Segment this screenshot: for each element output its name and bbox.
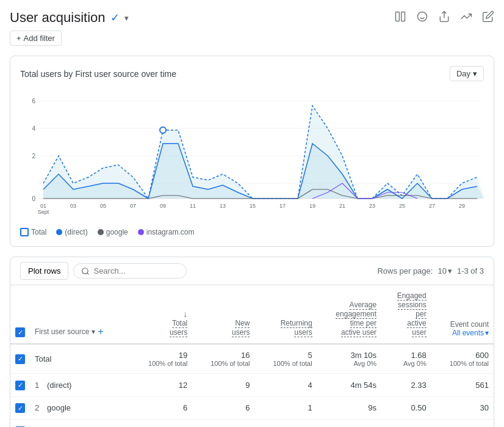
emoji-icon[interactable]	[416, 10, 428, 26]
row-checkbox[interactable]: ✓	[10, 420, 30, 428]
dropdown-icon: ▾	[485, 329, 489, 337]
svg-line-35	[87, 272, 89, 274]
col-header-source[interactable]: First user source ▾ +	[30, 285, 130, 344]
row-returning-users: 1	[254, 396, 317, 420]
row-event-count: 30	[431, 396, 494, 420]
row-returning-users: 4	[254, 374, 317, 397]
search-input[interactable]	[93, 266, 179, 276]
edit-icon[interactable]	[482, 10, 494, 26]
search-box[interactable]	[73, 263, 187, 279]
svg-text:17: 17	[279, 203, 286, 209]
row-num: 1	[35, 381, 43, 390]
svg-text:13: 13	[220, 203, 226, 209]
total-row: ✓ Total 19 100% of total 16 100% of tota…	[10, 344, 494, 374]
row-engaged-sessions: 0.50	[381, 396, 431, 420]
total-engaged-sessions-cell: 1.68 Avg 0%	[381, 344, 431, 374]
col-header-returning-users: Returning users	[254, 285, 317, 344]
row-returning-users: 0	[254, 420, 317, 428]
rows-per-page-label: Rows per page:	[377, 266, 433, 276]
svg-rect-1	[401, 12, 405, 21]
svg-text:07: 07	[130, 203, 136, 209]
row-new-users: 9	[192, 374, 254, 397]
svg-text:03: 03	[70, 203, 76, 209]
svg-text:2: 2	[32, 153, 35, 159]
total-avg-engagement-cell: 3m 10s Avg 0%	[317, 344, 381, 374]
row-num: 2	[35, 403, 43, 412]
legend-google: google	[98, 228, 128, 236]
svg-text:4: 4	[32, 125, 35, 132]
table-section: Plot rows Rows per page: 10 ▾ 1-3 of 3	[10, 257, 494, 427]
period-select[interactable]: Day ▾	[450, 66, 484, 81]
legend-total: Total	[20, 228, 46, 236]
svg-text:15: 15	[250, 203, 256, 209]
row-total-users: 1	[130, 420, 192, 428]
chevron-down-icon[interactable]: ▾	[124, 13, 129, 23]
svg-text:01: 01	[40, 203, 46, 209]
total-checkbox-cell: ✓	[10, 344, 30, 374]
row-avg-engagement: 9s	[317, 396, 381, 420]
total-users-cell: 19 100% of total	[130, 344, 192, 374]
data-table: ✓ First user source ▾ + ↓ Total u	[10, 285, 494, 427]
chevron-down-icon: ▾	[92, 327, 95, 336]
row-source: 1 (direct)	[30, 374, 130, 397]
share-icon[interactable]	[438, 10, 450, 26]
source-name: (direct)	[47, 381, 71, 390]
legend-instagram: instagram.com	[138, 228, 195, 236]
plot-rows-button[interactable]: Plot rows	[20, 262, 68, 280]
total-returning-users-cell: 5 100% of total	[254, 344, 317, 374]
table-toolbar: Plot rows Rows per page: 10 ▾ 1-3 of 3	[10, 257, 494, 285]
row-avg-engagement: 32s	[317, 420, 381, 428]
sort-icon[interactable]: ↓	[183, 309, 187, 319]
row-event-count: 9	[431, 420, 494, 428]
add-column-icon[interactable]: +	[98, 326, 103, 337]
add-filter-button[interactable]: + Add filter	[10, 31, 62, 46]
svg-text:25: 25	[399, 203, 405, 209]
svg-text:19: 19	[309, 203, 315, 209]
page-title: User acquisition	[10, 10, 106, 26]
row-total-users: 12	[130, 374, 192, 397]
svg-text:Sept: Sept	[38, 209, 49, 215]
row-engaged-sessions: 1.00	[381, 420, 431, 428]
row-source: 2 google	[30, 396, 130, 420]
trend-icon[interactable]	[460, 10, 472, 26]
svg-text:27: 27	[429, 203, 435, 209]
chart-section: Total users by First user source over ti…	[10, 56, 494, 247]
svg-text:09: 09	[160, 203, 166, 209]
svg-text:05: 05	[100, 203, 106, 209]
add-filter-label: Add filter	[24, 34, 55, 43]
table-row: ✓ 3 instagram.com 1 1 0 32s 1.00 9	[10, 420, 494, 428]
row-checkbox[interactable]: ✓	[10, 396, 30, 420]
svg-point-2	[418, 12, 427, 21]
col-header-avg-engagement: Average engagement time per active user	[317, 285, 381, 344]
col-header-engaged-sessions: Engaged sessions per active user	[381, 285, 431, 344]
col-header-event-count[interactable]: Event count All events ▾	[431, 285, 494, 344]
total-event-count-cell: 600 100% of total	[431, 344, 494, 374]
row-avg-engagement: 4m 54s	[317, 374, 381, 397]
col-header-total-users: ↓ Total users	[130, 285, 192, 344]
select-all-checkbox[interactable]: ✓	[10, 285, 30, 344]
compare-icon[interactable]	[394, 10, 406, 26]
svg-text:29: 29	[459, 203, 465, 209]
dropdown-icon: ▾	[448, 266, 452, 276]
legend-direct: (direct)	[56, 228, 87, 236]
total-new-users-cell: 16 100% of total	[192, 344, 254, 374]
rows-per-page-select[interactable]: 10 ▾	[437, 266, 452, 276]
total-label: Total	[30, 344, 130, 374]
svg-point-32	[160, 127, 166, 133]
col-header-new-users: New users	[192, 285, 254, 344]
dropdown-icon: ▾	[473, 69, 477, 78]
search-icon	[81, 267, 90, 276]
svg-text:23: 23	[369, 203, 375, 209]
verified-icon: ✓	[110, 11, 120, 24]
row-event-count: 561	[431, 374, 494, 397]
row-new-users: 1	[192, 420, 254, 428]
svg-point-34	[82, 268, 88, 273]
table-row: ✓ 2 google 6 6 1 9s 0.50 30	[10, 396, 494, 420]
row-new-users: 6	[192, 396, 254, 420]
row-checkbox[interactable]: ✓	[10, 374, 30, 397]
svg-text:0: 0	[32, 195, 35, 202]
source-name: google	[47, 403, 71, 412]
row-engaged-sessions: 2.33	[381, 374, 431, 397]
chart-legend: Total (direct) google instagram.com	[20, 228, 484, 236]
chart-area: 6 4 2 0 01 Sept 03 05 07 09 11 13 15 17 …	[20, 89, 484, 223]
